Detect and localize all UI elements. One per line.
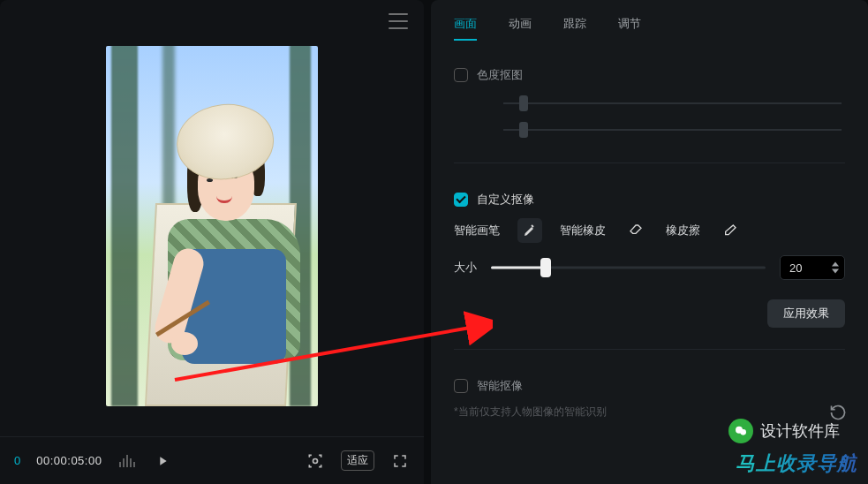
smart-brush-label: 智能画笔 (454, 223, 500, 238)
wechat-watermark: 设计软件库 (728, 419, 840, 443)
chroma-key-checkbox[interactable] (454, 68, 468, 82)
tab-picture[interactable]: 画面 (454, 16, 477, 41)
smart-eraser-label: 智能橡皮 (560, 223, 606, 238)
stepper-down-icon[interactable] (832, 268, 839, 274)
fullscreen-icon[interactable] (390, 451, 410, 471)
custom-matte-checkbox[interactable] (454, 193, 468, 207)
wechat-watermark-text: 设计软件库 (760, 420, 840, 442)
scan-icon[interactable] (306, 451, 325, 471)
chroma-key-label: 色度抠图 (477, 67, 523, 83)
custom-matte-section: 自定义抠像 智能画笔 智能橡皮 橡皮擦 (431, 176, 868, 284)
custom-matte-label: 自定义抠像 (477, 192, 534, 208)
size-stepper[interactable] (832, 261, 839, 274)
smart-brush-button[interactable] (517, 218, 542, 243)
smart-matte-hint: *当前仅支持人物图像的智能识别 (431, 405, 868, 420)
smart-matte-checkbox[interactable] (454, 379, 468, 393)
nav-watermark: 马上收录导航 (736, 450, 857, 477)
smart-matte-section: 智能抠像 (431, 362, 868, 405)
chroma-key-section: 色度抠图 (431, 51, 868, 147)
preview-header (0, 0, 424, 42)
timecode: 00:00:05:00 (36, 454, 102, 467)
playbar: 0 00:00:05:00 适应 (0, 436, 424, 484)
eraser-label: 橡皮擦 (666, 223, 700, 238)
smart-eraser-button[interactable] (623, 218, 648, 243)
size-label: 大小 (454, 260, 477, 276)
inspector-panel: 画面 动画 跟踪 调节 色度抠图 自定义抠像 (431, 0, 868, 484)
hamburger-menu-icon[interactable] (389, 13, 408, 29)
apply-effect-button[interactable]: 应用效果 (767, 299, 845, 328)
size-value: 20 (789, 261, 802, 275)
tab-adjust[interactable]: 调节 (618, 16, 641, 41)
chroma-slider-2[interactable] (503, 117, 842, 143)
eraser-button[interactable] (718, 218, 743, 243)
preview-image (106, 46, 318, 406)
preview-canvas[interactable] (0, 42, 424, 436)
tab-animation[interactable]: 动画 (509, 16, 532, 41)
size-slider[interactable] (491, 259, 766, 276)
fit-mode-chip[interactable]: 适应 (341, 450, 374, 471)
preview-pane: 0 00:00:05:00 适应 (0, 0, 424, 484)
inspector-tabs: 画面 动画 跟踪 调节 (431, 0, 868, 51)
chroma-slider-1[interactable] (503, 90, 842, 117)
wechat-icon (728, 419, 753, 443)
stepper-up-icon[interactable] (832, 261, 839, 267)
smart-matte-label: 智能抠像 (477, 378, 523, 394)
size-value-box[interactable]: 20 (780, 255, 845, 280)
frame-number: 0 (14, 454, 20, 467)
play-button[interactable] (153, 451, 172, 471)
svg-point-2 (740, 429, 746, 435)
tab-tracking[interactable]: 跟踪 (563, 16, 586, 41)
svg-point-0 (313, 458, 318, 463)
timeline-markers-icon[interactable] (117, 451, 137, 471)
